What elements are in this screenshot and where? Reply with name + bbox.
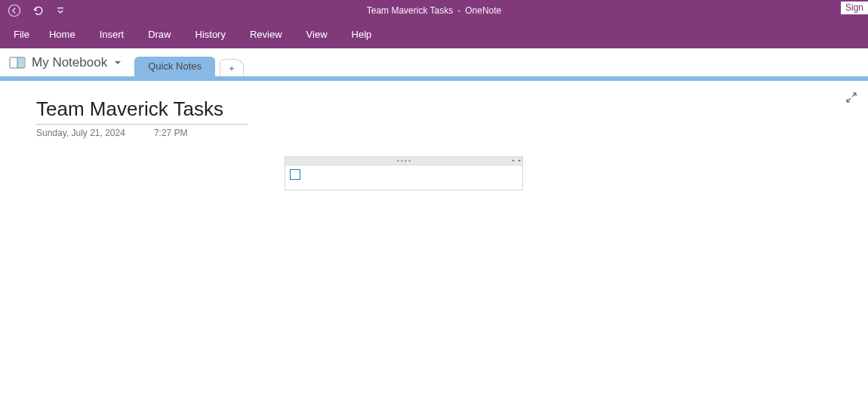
page-meta: Sunday, July 21, 2024 7:27 PM (36, 128, 188, 138)
menu-home[interactable]: Home (37, 21, 88, 48)
resize-handle-icon[interactable] (512, 157, 521, 164)
notebook-strip: My Notebook Quick Notes + (0, 48, 868, 76)
add-section-button[interactable]: + (220, 59, 244, 76)
ribbon-tabs: File Home Insert Draw History Review Vie… (0, 21, 868, 48)
menu-help[interactable]: Help (340, 21, 384, 48)
menu-draw[interactable]: Draw (136, 21, 183, 48)
section-tab-quick-notes[interactable]: Quick Notes (134, 57, 215, 76)
page-canvas[interactable]: Team Maverick Tasks Sunday, July 21, 202… (0, 81, 868, 411)
back-icon[interactable] (8, 4, 21, 17)
note-container-grip[interactable]: • • • • (285, 156, 523, 165)
title-bar: Team Maverick Tasks - OneNote Sign (0, 0, 868, 21)
expand-icon[interactable] (845, 91, 857, 107)
page-time[interactable]: 7:27 PM (154, 128, 188, 138)
chevron-down-icon (113, 58, 122, 67)
note-container[interactable]: • • • • (285, 156, 523, 190)
menu-history[interactable]: History (183, 21, 238, 48)
svg-point-0 (9, 5, 20, 17)
grip-dots-icon: • • • • (397, 158, 411, 164)
document-title: Team Maverick Tasks (367, 0, 453, 21)
app-name: OneNote (465, 0, 501, 21)
page-title[interactable]: Team Maverick Tasks (36, 97, 248, 125)
notebook-name: My Notebook (32, 55, 107, 70)
menu-review[interactable]: Review (238, 21, 294, 48)
qat-customize-icon[interactable] (56, 4, 65, 17)
svg-rect-3 (17, 57, 24, 68)
menu-insert[interactable]: Insert (88, 21, 137, 48)
menu-file[interactable]: File (11, 21, 37, 48)
menu-view[interactable]: View (294, 21, 340, 48)
svg-rect-1 (57, 8, 63, 8)
window-title: Team Maverick Tasks - OneNote (367, 0, 502, 21)
title-separator: - (457, 0, 460, 21)
page-date[interactable]: Sunday, July 21, 2024 (36, 128, 125, 138)
notebook-selector[interactable]: My Notebook (9, 48, 131, 76)
section-tab-label: Quick Notes (148, 60, 202, 72)
notebook-icon (9, 56, 26, 70)
quick-access-toolbar (0, 4, 65, 17)
todo-checkbox[interactable] (290, 169, 300, 180)
undo-icon[interactable] (32, 4, 45, 17)
sign-in-button[interactable]: Sign (841, 2, 868, 14)
note-body[interactable] (285, 165, 523, 190)
